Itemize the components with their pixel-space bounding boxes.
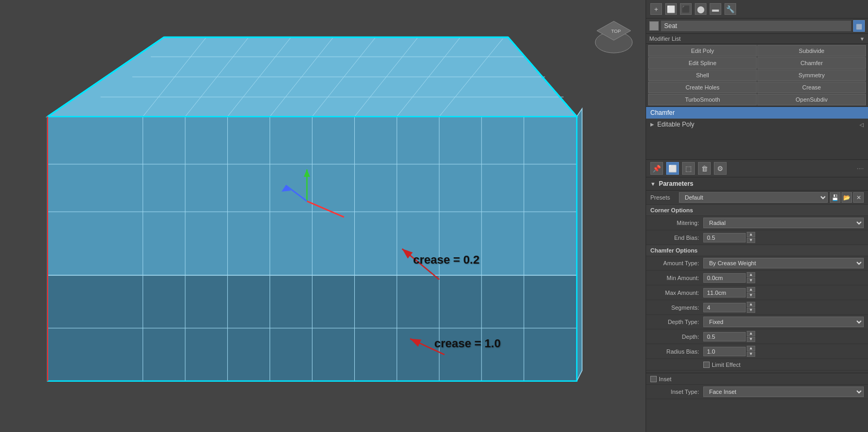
viewport[interactable]: crease = 0.2 crease = 1.0 TOP: [0, 0, 646, 432]
depth-label: Depth:: [650, 334, 703, 340]
parameters-section: ▼ Parameters Presets Default 💾 📂 ✕ Corne…: [646, 177, 868, 432]
depth-up-btn[interactable]: ▲: [747, 331, 755, 336]
select-icon[interactable]: ⬜: [665, 3, 677, 15]
inset-type-value: Face Inset: [703, 386, 864, 397]
radius-bias-input-group: ▲ ▼: [703, 346, 864, 357]
amount-type-value: By Crease Weight: [703, 258, 864, 268]
chamfer-options-header: Chamfer Options: [646, 245, 868, 256]
preset-delete-btn[interactable]: ✕: [853, 192, 864, 203]
parameters-arrow-icon: ▼: [650, 181, 656, 187]
radius-bias-down-btn[interactable]: ▼: [747, 352, 755, 357]
svg-marker-40: [577, 109, 582, 381]
mod-btn-subdivide[interactable]: Subdivide: [757, 45, 866, 57]
pin-stack-btn[interactable]: 📌: [650, 162, 663, 175]
mod-btn-crease[interactable]: Crease: [757, 82, 866, 93]
mod-btn-edit-poly[interactable]: Edit Poly: [648, 45, 757, 57]
end-bias-input[interactable]: [703, 233, 746, 242]
stack-settings-btn[interactable]: ⚙: [714, 162, 727, 175]
stack-highlight-btn[interactable]: ⬜: [666, 162, 679, 175]
select2-icon[interactable]: ⬛: [680, 3, 692, 15]
mod-btn-symmetry[interactable]: Symmetry: [757, 69, 866, 81]
max-amount-input[interactable]: [703, 288, 746, 298]
depth-row: Depth: ▲ ▼: [646, 329, 868, 344]
crease-annotation-2: crease = 1.0: [434, 337, 500, 350]
presets-row: Presets Default 💾 📂 ✕: [646, 191, 868, 205]
circle-icon[interactable]: ⬤: [695, 3, 706, 15]
object-settings-icon[interactable]: ▦: [853, 20, 865, 32]
min-amount-input[interactable]: [703, 273, 746, 283]
radius-bias-label: Radius Bias:: [650, 348, 703, 355]
modifier-list-dropdown-arrow[interactable]: ▼: [860, 36, 865, 42]
max-amount-down-btn[interactable]: ▼: [747, 293, 755, 298]
min-amount-label: Min Amount:: [650, 275, 703, 281]
presets-dropdown[interactable]: Default: [679, 192, 828, 203]
radius-bias-spinner: ▲ ▼: [747, 346, 755, 357]
depth-type-label: Depth Type:: [650, 319, 703, 325]
preset-load-btn[interactable]: 📂: [842, 192, 852, 203]
end-bias-down-btn[interactable]: ▼: [747, 238, 755, 243]
segments-spinner: ▲ ▼: [747, 302, 755, 313]
segments-row: Segments: ▲ ▼: [646, 300, 868, 315]
end-bias-up-btn[interactable]: ▲: [747, 232, 755, 237]
rect-icon[interactable]: ▬: [710, 3, 721, 15]
depth-input[interactable]: [703, 332, 746, 341]
mod-btn-opensubdiv[interactable]: OpenSubdiv: [757, 94, 866, 105]
inset-row: Inset: [646, 373, 868, 385]
mod-btn-chamfer[interactable]: Chamfer: [757, 57, 866, 69]
crease-annotation-1: crease = 0.2: [413, 253, 479, 267]
min-amount-spinner: ▲ ▼: [747, 272, 755, 283]
mitering-label: Mitering:: [650, 220, 703, 226]
stack-dots: ····: [857, 165, 864, 172]
mod-btn-edit-spline[interactable]: Edit Spline: [648, 57, 757, 69]
segments-down-btn[interactable]: ▼: [747, 308, 755, 313]
parameters-section-header[interactable]: ▼ Parameters: [646, 177, 868, 191]
inset-checkbox[interactable]: [650, 376, 657, 382]
end-bias-row: End Bias: ▲ ▼: [646, 230, 868, 245]
svg-text:TOP: TOP: [611, 29, 621, 34]
stack-delete-btn[interactable]: 🗑: [698, 162, 711, 175]
depth-type-row: Depth Type: Fixed: [646, 315, 868, 329]
segments-input[interactable]: [703, 303, 746, 312]
expand-arrow-icon: ▶: [650, 122, 654, 127]
min-amount-row: Min Amount: ▲ ▼: [646, 271, 868, 285]
radius-bias-up-btn[interactable]: ▲: [747, 346, 755, 351]
depth-type-dropdown[interactable]: Fixed: [703, 317, 864, 327]
3d-viewport-svg: [0, 0, 646, 432]
stack-item-chamfer[interactable]: Chamfer: [646, 107, 868, 119]
depth-down-btn[interactable]: ▼: [747, 337, 755, 342]
mod-btn-shell[interactable]: Shell: [648, 69, 757, 81]
end-bias-label: End Bias:: [650, 235, 703, 241]
max-amount-up-btn[interactable]: ▲: [747, 287, 755, 292]
stack-item-editable-poly-label: Editable Poly: [657, 121, 856, 128]
object-name-input[interactable]: [661, 21, 851, 31]
tool-icon[interactable]: 🔧: [724, 3, 736, 15]
mod-btn-turbosmooth[interactable]: TurboSmooth: [648, 94, 757, 105]
preset-save-btn[interactable]: 💾: [830, 192, 840, 203]
max-amount-label: Max Amount:: [650, 290, 703, 296]
min-amount-down-btn[interactable]: ▼: [747, 278, 755, 283]
stack-item-editable-poly[interactable]: ▶ Editable Poly ◁: [646, 119, 868, 130]
modifier-grid: Edit Poly Subdivide Edit Spline Chamfer …: [646, 44, 868, 107]
segments-up-btn[interactable]: ▲: [747, 302, 755, 307]
mitering-dropdown[interactable]: Radial: [703, 218, 864, 228]
min-amount-up-btn[interactable]: ▲: [747, 272, 755, 277]
object-color-swatch[interactable]: [649, 21, 659, 31]
limit-effect-checkbox[interactable]: [703, 362, 710, 368]
radius-bias-input[interactable]: [703, 347, 746, 356]
mitering-value: Radial: [703, 218, 864, 228]
end-bias-spinner: ▲ ▼: [747, 232, 755, 243]
stack-copy-btn[interactable]: ⬚: [682, 162, 695, 175]
mod-btn-create-holes[interactable]: Create Holes: [648, 82, 757, 93]
modifier-list-row[interactable]: Modifier List ▼: [646, 34, 868, 44]
modifier-stack: Chamfer ▶ Editable Poly ◁: [646, 107, 868, 160]
add-icon[interactable]: +: [650, 3, 662, 15]
max-amount-input-group: ▲ ▼: [703, 287, 864, 298]
inset-type-dropdown[interactable]: Face Inset: [703, 386, 864, 397]
amount-type-dropdown[interactable]: By Crease Weight: [703, 258, 864, 268]
depth-input-group: ▲ ▼: [703, 331, 864, 342]
view-cube[interactable]: TOP: [593, 16, 635, 58]
limit-effect-checkbox-label[interactable]: Limit Effect: [703, 362, 740, 368]
presets-label: Presets: [650, 194, 677, 201]
limit-effect-row: Limit Effect: [646, 359, 868, 371]
inset-checkbox-label[interactable]: Inset: [650, 376, 672, 382]
